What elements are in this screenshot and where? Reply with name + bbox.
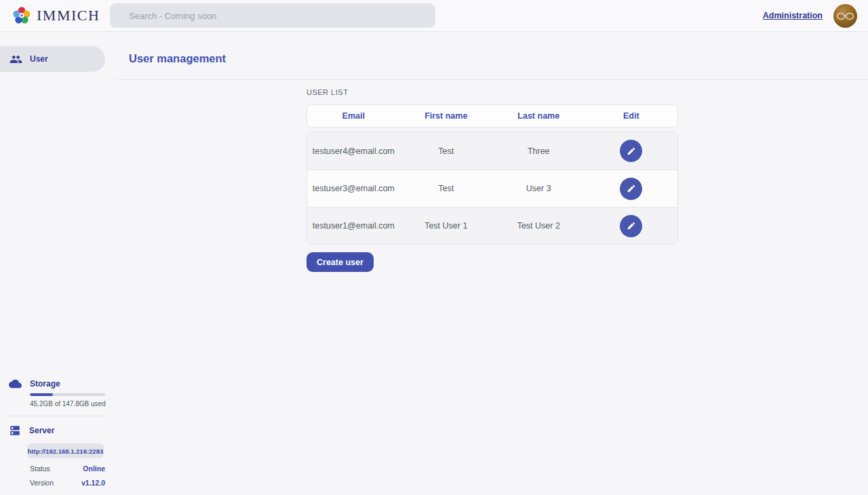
edit-user-button[interactable] (620, 215, 642, 237)
header-divider (116, 79, 868, 80)
storage-progress-bar (30, 393, 105, 396)
top-navbar: IMMICH Administration (0, 0, 868, 32)
status-value: Online (83, 464, 105, 473)
cell-first-name: Test (400, 146, 493, 156)
column-header-email: Email (307, 111, 400, 121)
server-status-row: Status Online (30, 464, 105, 473)
brand: IMMICH (0, 6, 110, 25)
sidebar-item-label: User (30, 54, 48, 64)
user-avatar[interactable] (833, 4, 857, 28)
search-input[interactable] (110, 3, 435, 28)
cell-first-name: Test User 1 (400, 221, 493, 231)
server-icon (9, 424, 21, 437)
glasses-icon (836, 12, 854, 20)
storage-usage-text: 45.2GB of 147.8GB used (30, 400, 116, 408)
status-label: Status (30, 464, 50, 473)
user-table-header: Email First name Last name Edit (307, 104, 678, 127)
administration-link[interactable]: Administration (763, 11, 823, 20)
cell-last-name: Test User 2 (492, 221, 585, 231)
cell-email: testuser4@email.com (307, 146, 400, 156)
sidebar: User Storage 45.2GB of 147.8GB used Serv… (0, 32, 116, 495)
cell-email: testuser1@email.com (307, 221, 400, 231)
edit-user-button[interactable] (620, 140, 642, 162)
brand-name: IMMICH (37, 7, 100, 24)
pencil-icon (627, 221, 636, 231)
immich-logo-icon (12, 6, 31, 25)
main-content: User management USER LIST Email First na… (116, 32, 868, 495)
server-title: Server (29, 426, 54, 435)
sidebar-footer: Storage 45.2GB of 147.8GB used Server ht… (0, 379, 116, 487)
column-header-edit: Edit (585, 111, 678, 121)
storage-title: Storage (30, 379, 60, 389)
server-version-row: Version v1.12.0 (30, 479, 105, 487)
version-label: Version (30, 479, 54, 487)
cell-last-name: Three (492, 146, 585, 156)
cell-first-name: Test (400, 184, 493, 193)
table-row: testuser3@email.com Test User 3 (307, 170, 677, 207)
user-list-label: USER LIST (307, 88, 678, 96)
sidebar-item-users[interactable]: User (0, 46, 105, 72)
table-row: testuser1@email.com Test User 1 Test Use… (307, 207, 677, 244)
pencil-icon (627, 184, 636, 193)
column-header-last-name: Last name (492, 111, 585, 121)
column-header-first-name: First name (400, 111, 493, 121)
edit-user-button[interactable] (620, 178, 642, 200)
sidebar-footer-divider (8, 416, 105, 416)
create-user-button[interactable]: Create user (307, 252, 374, 272)
users-group-icon (9, 53, 22, 66)
storage-progress-fill (30, 393, 53, 396)
table-row: testuser4@email.com Test Three (307, 132, 677, 170)
version-value: v1.12.0 (81, 479, 105, 487)
user-table-body: testuser4@email.com Test Three testuser3… (307, 132, 678, 245)
cell-last-name: User 3 (492, 184, 585, 193)
page-title: User management (129, 52, 868, 65)
pencil-icon (627, 146, 636, 156)
cell-email: testuser3@email.com (307, 184, 400, 193)
cloud-icon (9, 379, 22, 389)
server-url: http://192.168.1.216:2283 (27, 443, 104, 458)
